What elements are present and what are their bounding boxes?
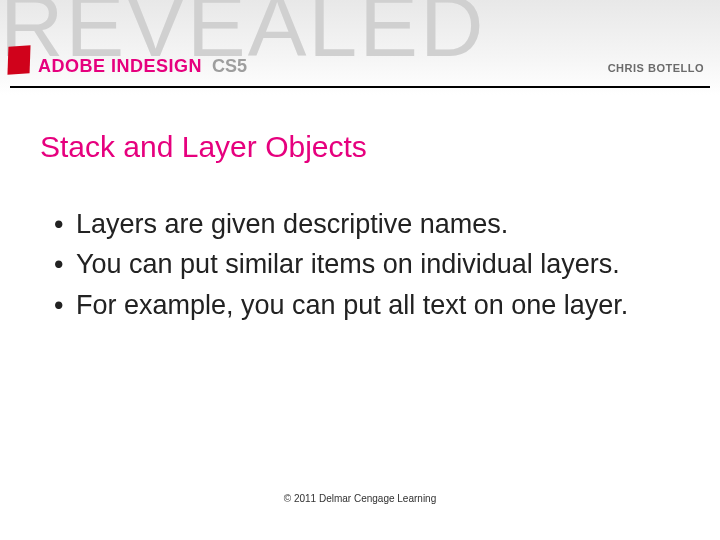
list-item: For example, you can put all text on one… xyxy=(54,287,680,323)
footer-copyright: © 2011 Delmar Cengage Learning xyxy=(0,493,720,504)
author-name: CHRIS BOTELLO xyxy=(608,62,704,74)
list-item: Layers are given descriptive names. xyxy=(54,206,680,242)
slide-title: Stack and Layer Objects xyxy=(40,130,680,164)
product-version: CS5 xyxy=(212,56,247,77)
header-banner: REVEALED ADOBE INDESIGN CS5 CHRIS BOTELL… xyxy=(0,0,720,95)
header-divider xyxy=(10,86,710,88)
bullet-list: Layers are given descriptive names. You … xyxy=(40,206,680,323)
product-line: ADOBE INDESIGN CS5 xyxy=(24,56,247,77)
slide-content: Stack and Layer Objects Layers are given… xyxy=(40,130,680,327)
product-name: ADOBE INDESIGN xyxy=(38,56,202,77)
list-item: You can put similar items on individual … xyxy=(54,246,680,282)
